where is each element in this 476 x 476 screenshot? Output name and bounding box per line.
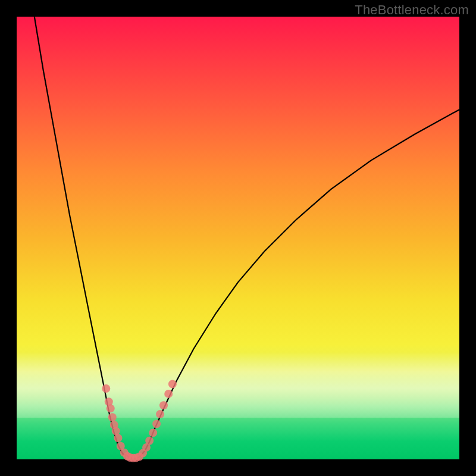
data-marker: [107, 404, 115, 412]
data-marker: [156, 410, 164, 418]
data-marker: [114, 434, 122, 442]
marker-group: [102, 380, 177, 462]
plot-area: [17, 17, 459, 459]
bottleneck-curve: [35, 17, 459, 459]
data-marker: [149, 428, 157, 437]
data-marker: [102, 384, 110, 393]
data-marker: [164, 390, 173, 398]
watermark-text: TheBottleneck.com: [355, 2, 469, 18]
data-marker: [152, 420, 161, 428]
data-marker: [168, 380, 177, 389]
data-marker: [159, 401, 168, 409]
chart-frame: TheBottleneck.com: [0, 0, 476, 476]
data-marker: [145, 437, 154, 445]
data-marker: [108, 413, 117, 421]
data-marker: [112, 427, 120, 435]
curve-layer: [17, 17, 459, 459]
